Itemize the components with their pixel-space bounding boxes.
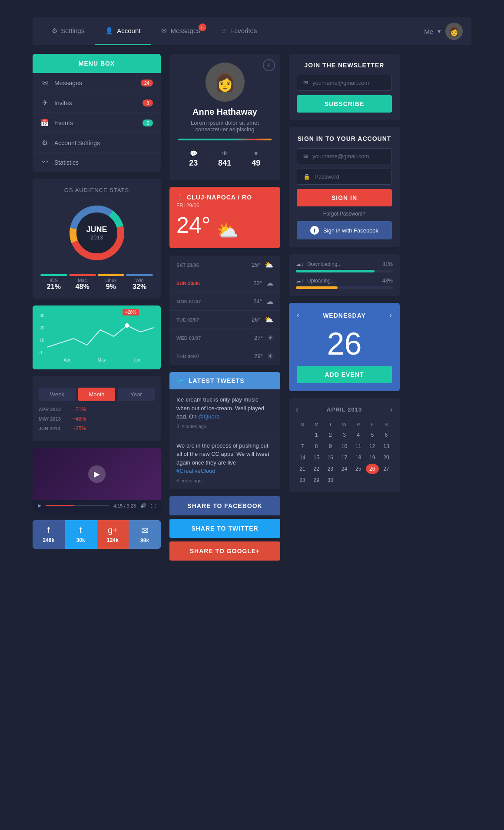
nav-tab-account[interactable]: 👤 Account — [95, 17, 151, 45]
cal-day-23[interactable]: 23 — [324, 464, 337, 474]
cal-day-6[interactable]: 6 — [380, 430, 393, 440]
cal-day-16[interactable]: 16 — [324, 452, 337, 463]
cal-day-29[interactable]: 29 — [310, 475, 323, 485]
donut-chart: JUNE 2013 — [64, 200, 129, 266]
signin-email-field[interactable]: ✉ yourname@gmail.com — [297, 148, 392, 164]
weather-location: 📍 CLUJ-NAPOCA / RO — [176, 194, 273, 201]
mac-bar — [69, 274, 96, 276]
nav-tab-favorites[interactable]: ☆ Favorites — [211, 17, 268, 45]
cal-day-empty — [296, 430, 309, 440]
menu-box-title: MENU BOX — [33, 54, 161, 73]
cal-day-11[interactable]: 11 — [352, 441, 365, 452]
mini-cal-prev-button[interactable]: ‹ — [296, 405, 298, 414]
dow-r: R — [352, 420, 365, 429]
cal-day-24[interactable]: 24 — [338, 464, 351, 474]
cal-day-22[interactable]: 22 — [310, 464, 323, 474]
cal-day-18[interactable]: 18 — [352, 452, 365, 463]
cal-day-15[interactable]: 15 — [310, 452, 323, 463]
weather-temp-mon: 24° — [207, 298, 262, 305]
cal-day-30[interactable]: 30 — [324, 475, 337, 485]
donut-month: JUNE — [86, 225, 107, 234]
cal-day-21[interactable]: 21 — [296, 464, 309, 474]
video-progress-bar[interactable] — [46, 505, 109, 506]
cal-day-14[interactable]: 14 — [296, 452, 309, 463]
cal-day-8[interactable]: 8 — [310, 441, 323, 452]
menu-item-messages[interactable]: ✉ Messages 24 — [33, 73, 161, 93]
play-icon[interactable]: ▶ — [38, 503, 41, 508]
account-icon: 👤 — [105, 27, 113, 35]
cal-day-3[interactable]: 3 — [338, 430, 351, 440]
cal-day-28[interactable]: 28 — [296, 475, 309, 485]
menu-item-events[interactable]: 📅 Events 5 — [33, 113, 161, 133]
cal-day-5[interactable]: 5 — [366, 430, 379, 440]
share-facebook-button[interactable]: SHARE TO FACEBOOK — [169, 496, 280, 515]
calendar-next-button[interactable]: › — [389, 311, 392, 320]
cal-day-19[interactable]: 19 — [366, 452, 379, 463]
profile-stat-likes: ♥ 49 — [240, 146, 272, 171]
tweet-time-2: 6 hours ago — [176, 478, 273, 483]
play-button[interactable]: ▶ — [88, 465, 106, 483]
share-googleplus-button[interactable]: SHARE TO GOOGLE+ — [169, 541, 280, 561]
cal-day-25[interactable]: 25 — [352, 464, 365, 474]
cal-day-27[interactable]: 27 — [380, 464, 393, 474]
add-event-button[interactable]: ADD EVENT — [297, 366, 392, 383]
tweet-text-1: Ice-cream trucks only play music when ou… — [176, 395, 273, 421]
volume-icon[interactable]: 🔊 — [140, 503, 146, 508]
calendar-prev-button[interactable]: ‹ — [297, 311, 299, 320]
newsletter-email-field[interactable]: ✉ yourname@gmail.com — [297, 75, 392, 91]
period-tab-year[interactable]: Year — [118, 388, 155, 401]
nav-tab-settings[interactable]: ⚙ Settings — [41, 17, 95, 45]
newsletter-box: JOIN THE NEWSLETTER ✉ yourname@gmail.com… — [289, 54, 400, 120]
calendar-day-number: 26 — [297, 326, 392, 362]
forgot-password-link[interactable]: Forgot Password? — [297, 211, 392, 217]
chevron-down-icon: ▾ — [438, 27, 441, 35]
calendar-day-name: WEDNESDAY — [323, 312, 366, 319]
subscribe-button[interactable]: SUBSCRIBE — [297, 95, 392, 113]
menu-item-account-settings[interactable]: ⚙ Account Settings — [33, 133, 161, 153]
profile-add-button[interactable]: + — [263, 59, 275, 71]
weather-day-wed: WED 03/07 — [176, 335, 207, 341]
cal-day-4[interactable]: 4 — [352, 430, 365, 440]
tweet-link-1[interactable]: @Quora — [198, 413, 219, 420]
dow-s2: S — [380, 420, 393, 429]
facebook-signin-button[interactable]: f Sign in with Facebook — [297, 221, 392, 239]
weather-icon-thu: ☀ — [267, 352, 273, 360]
mini-cal-next-button[interactable]: › — [390, 405, 393, 414]
cal-day-7[interactable]: 7 — [296, 441, 309, 452]
avatar: 👩 — [445, 23, 463, 40]
views-icon: 👁 — [213, 150, 237, 157]
social-email[interactable]: ✉ 89k — [129, 520, 161, 549]
os-stats-box: OS AUDIENCE STATS JUNE 2013 — [33, 179, 161, 299]
weather-icon: ⛅ — [217, 221, 239, 240]
social-googleplus[interactable]: g+ 124k — [97, 520, 129, 549]
period-tab-week[interactable]: Week — [39, 388, 76, 401]
cal-day-12[interactable]: 12 — [366, 441, 379, 452]
profile-stat-comments: 💬 23 — [178, 146, 209, 171]
cal-day-26-today[interactable]: 26 — [366, 464, 379, 474]
cal-day-13[interactable]: 13 — [380, 441, 393, 452]
share-twitter-button[interactable]: SHARE TO TWITTER — [169, 519, 280, 538]
cal-day-10[interactable]: 10 — [338, 441, 351, 452]
y-label-0: 0 — [40, 350, 44, 355]
cal-day-17[interactable]: 17 — [338, 452, 351, 463]
tweet-link-2[interactable]: #CreativeCloud — [176, 468, 216, 474]
nav-tab-messages[interactable]: ✉ Messages 5 — [151, 17, 210, 45]
cal-day-2[interactable]: 2 — [324, 430, 337, 440]
signin-button[interactable]: SIGN IN — [297, 189, 392, 206]
social-facebook[interactable]: f 248k — [33, 520, 65, 549]
signin-password-field[interactable]: 🔒 Password — [297, 169, 392, 185]
stat-may-pct: +48% — [73, 416, 86, 422]
social-twitter[interactable]: t 30k — [65, 520, 97, 549]
nav-user[interactable]: Me ▾ 👩 — [424, 23, 463, 40]
period-tab-month[interactable]: Month — [78, 388, 115, 401]
profile-avatar: 👩 — [206, 63, 245, 102]
cal-day-1[interactable]: 1 — [310, 430, 323, 440]
menu-item-invites[interactable]: ✈ Invites 3 — [33, 93, 161, 113]
cal-day-20[interactable]: 20 — [380, 452, 393, 463]
weather-icon-sun: ☁ — [266, 279, 273, 287]
menu-item-statistics[interactable]: 〰 Statistics — [33, 153, 161, 172]
fullscreen-icon[interactable]: ⛶ — [151, 503, 156, 508]
mini-calendar-header: ‹ APRIL 2013 › — [296, 405, 393, 414]
cal-day-9[interactable]: 9 — [324, 441, 337, 452]
nav-tab-messages-label: Messages — [170, 27, 200, 34]
